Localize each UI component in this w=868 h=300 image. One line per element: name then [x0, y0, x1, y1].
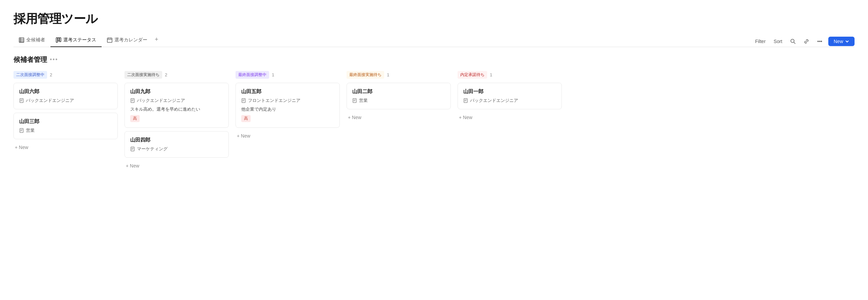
tab-all-label: 全候補者	[26, 37, 45, 43]
card-role: バックエンドエンジニア	[130, 98, 223, 104]
card-role-text: バックエンドエンジニア	[470, 98, 518, 104]
document-icon	[130, 147, 135, 151]
card-role-text: バックエンドエンジニア	[26, 98, 74, 104]
card-role: マーケティング	[130, 146, 223, 152]
card-role: バックエンドエンジニア	[463, 98, 556, 104]
add-new-col1[interactable]: + New	[13, 143, 118, 152]
column-label-col3: 最終面接調整中	[236, 71, 269, 79]
sort-label: Sort	[774, 39, 782, 44]
more-button[interactable]: •••	[815, 37, 824, 45]
svg-rect-5	[56, 38, 58, 42]
svg-rect-23	[131, 147, 134, 151]
card-role: 営業	[352, 98, 445, 104]
card-role-text: 営業	[359, 98, 368, 104]
page-title: 採用管理ツール	[13, 11, 855, 27]
column-label-col2: 二次面接実施待ち	[124, 71, 162, 79]
svg-rect-29	[353, 99, 356, 103]
card-role-text: 営業	[26, 128, 35, 134]
column-label-col1: 二次面接調整中	[13, 71, 47, 79]
kanban-card-col3-0[interactable]: 山田五郎フロントエンドエンジニア他企業で内定あり高	[236, 83, 340, 128]
link-button[interactable]	[802, 37, 811, 45]
kanban-board: 二次面接調整中2山田六郎バックエンドエンジニア山田三郎営業+ New二次面接実施…	[13, 71, 855, 177]
kanban-card-col1-0[interactable]: 山田六郎バックエンドエンジニア	[13, 83, 118, 109]
kanban-column-col5: 内定承諾待ち1山田一郎バックエンドエンジニア+ New	[458, 71, 562, 170]
sort-button[interactable]: Sort	[772, 37, 784, 45]
more-icon: •••	[817, 39, 822, 44]
card-name: 山田一郎	[463, 89, 556, 95]
column-label-col4: 最終面接実施待ち	[346, 71, 384, 79]
card-role-text: フロントエンドエンジニア	[248, 98, 301, 104]
search-button[interactable]	[788, 37, 798, 45]
search-icon	[790, 39, 796, 44]
tab-status[interactable]: 選考ステータス	[51, 34, 102, 47]
card-tag: 高	[241, 115, 251, 122]
tab-calendar[interactable]: 選考カレンダー	[102, 34, 153, 47]
section-title: 候補者管理	[13, 55, 47, 64]
table-icon	[19, 37, 24, 43]
column-count-col1: 2	[50, 72, 52, 77]
column-label-col5: 内定承諾待ち	[458, 71, 487, 79]
card-name: 山田二郎	[352, 89, 445, 95]
add-new-col2[interactable]: + New	[124, 161, 229, 170]
card-role-text: マーケティング	[137, 146, 167, 152]
svg-rect-14	[20, 99, 23, 103]
chevron-down-icon	[845, 39, 849, 43]
svg-point-12	[791, 39, 794, 43]
link-icon	[804, 39, 809, 44]
document-icon	[19, 98, 24, 103]
kanban-card-col1-1[interactable]: 山田三郎営業	[13, 113, 118, 139]
document-icon	[19, 128, 24, 133]
add-new-col4[interactable]: + New	[346, 113, 451, 122]
tabs-left: 全候補者 選考ステータス 選考カレンダー	[13, 33, 162, 47]
calendar-icon	[107, 37, 112, 43]
section-more-button[interactable]: •••	[50, 56, 58, 63]
kanban-column-col2: 二次面接実施待ち2山田九郎バックエンドエンジニアスキル高め。選考を早めに進めたい…	[124, 71, 229, 170]
document-icon	[241, 98, 246, 103]
svg-rect-32	[464, 99, 467, 103]
add-new-col5[interactable]: + New	[458, 113, 562, 122]
tab-status-label: 選考ステータス	[63, 37, 96, 43]
svg-rect-26	[242, 99, 245, 103]
svg-line-13	[794, 42, 796, 44]
tab-calendar-label: 選考カレンダー	[114, 37, 147, 43]
kanban-column-col4: 最終面接実施待ち1山田二郎営業+ New	[346, 71, 451, 170]
card-name: 山田三郎	[19, 119, 112, 125]
new-button[interactable]: New	[828, 37, 855, 46]
kanban-card-col2-0[interactable]: 山田九郎バックエンドエンジニアスキル高め。選考を早めに進めたい高	[124, 83, 229, 128]
document-icon	[463, 98, 468, 103]
card-tag: 高	[130, 115, 140, 122]
card-name: 山田九郎	[130, 89, 223, 95]
column-header-col4: 最終面接実施待ち1	[346, 71, 451, 79]
kanban-card-col2-1[interactable]: 山田四郎マーケティング	[124, 131, 229, 158]
column-header-col2: 二次面接実施待ち2	[124, 71, 229, 79]
kanban-card-col5-0[interactable]: 山田一郎バックエンドエンジニア	[458, 83, 562, 109]
svg-rect-17	[20, 129, 23, 133]
add-new-col3[interactable]: + New	[236, 131, 340, 141]
kanban-column-col3: 最終面接調整中1山田五郎フロントエンドエンジニア他企業で内定あり高+ New	[236, 71, 340, 170]
page-wrapper: 採用管理ツール 全候補者	[0, 0, 868, 177]
kanban-column-col1: 二次面接調整中2山田六郎バックエンドエンジニア山田三郎営業+ New	[13, 71, 118, 170]
filter-button[interactable]: Filter	[753, 37, 767, 45]
svg-rect-6	[58, 38, 59, 41]
new-label: New	[834, 39, 843, 44]
card-role: バックエンドエンジニア	[19, 98, 112, 104]
card-note: スキル高め。選考を早めに進めたい	[130, 106, 223, 112]
card-role: 営業	[19, 128, 112, 134]
column-header-col5: 内定承諾待ち1	[458, 71, 562, 79]
card-name: 山田六郎	[19, 89, 112, 95]
card-name: 山田五郎	[241, 89, 334, 95]
card-name: 山田四郎	[130, 137, 223, 143]
svg-rect-7	[60, 38, 61, 42]
filter-label: Filter	[755, 39, 765, 44]
column-count-col2: 2	[165, 72, 167, 77]
tab-all-candidates[interactable]: 全候補者	[13, 34, 51, 47]
document-icon	[130, 98, 135, 103]
card-role: フロントエンドエンジニア	[241, 98, 334, 104]
section-header: 候補者管理 •••	[13, 55, 855, 64]
kanban-card-col4-0[interactable]: 山田二郎営業	[346, 83, 451, 109]
card-role-text: バックエンドエンジニア	[137, 98, 185, 104]
svg-rect-20	[131, 99, 134, 103]
column-header-col1: 二次面接調整中2	[13, 71, 118, 79]
tab-add-button[interactable]: +	[153, 33, 162, 47]
document-icon	[352, 98, 357, 103]
